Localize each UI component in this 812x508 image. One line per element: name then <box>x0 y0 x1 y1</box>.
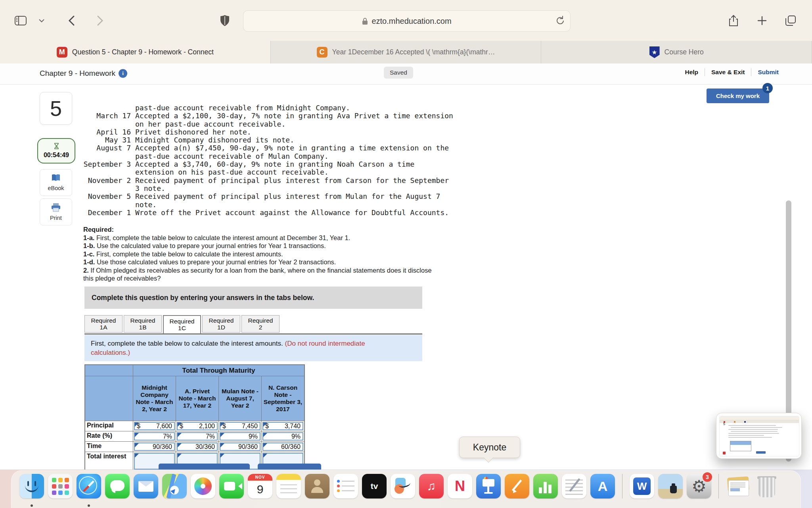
principal-cell[interactable]: $3,740 <box>262 421 305 431</box>
dock-icon-freeform[interactable] <box>391 474 415 507</box>
dock-icon-news[interactable]: N <box>448 474 472 507</box>
forward-icon[interactable] <box>91 12 109 29</box>
dock-icon-facetime[interactable] <box>219 474 244 507</box>
time-cell[interactable]: 90/360 <box>133 442 176 452</box>
transaction-row: November 2Received payment of principal … <box>83 177 453 193</box>
preview-logo <box>723 452 726 454</box>
principal-cell[interactable]: $7,600 <box>133 421 176 431</box>
dock-icon-photos[interactable] <box>191 474 215 507</box>
divider <box>751 68 751 76</box>
saved-status: Saved <box>384 67 413 79</box>
transaction-row: September 3Accepted a $3,740, 60-day, 9%… <box>83 160 453 177</box>
dock-icon-textedit[interactable] <box>562 474 586 507</box>
dock-icon-pages[interactable] <box>505 474 529 507</box>
dock-icon-music[interactable]: ♫ <box>419 474 444 507</box>
course-hero-icon: ★ <box>649 46 660 58</box>
time-cell[interactable]: 30/360 <box>176 442 219 452</box>
required-section: Required: 1-a. First, complete the table… <box>83 225 436 283</box>
time-cell[interactable]: 60/360 <box>262 442 305 452</box>
tab-required-1c[interactable]: Required1C <box>163 315 201 333</box>
tab-bar: M Question 5 - Chapter 9 - Homework - Co… <box>0 41 812 64</box>
dock-icon-appletv[interactable]: tv <box>362 474 387 507</box>
help-link[interactable]: Help <box>685 69 698 76</box>
dock-icon-settings[interactable]: ⚙ 3 <box>687 474 711 507</box>
privacy-shield-icon[interactable] <box>216 12 234 29</box>
transaction-row: December 1Wrote off the Privet account a… <box>83 209 453 217</box>
chevron-down-icon[interactable] <box>36 12 47 29</box>
reload-icon[interactable] <box>556 15 565 28</box>
question-number-card: 5 <box>40 92 72 125</box>
ebook-label: eBook <box>48 185 64 191</box>
tab-coursehero[interactable]: ★ Course Hero <box>541 41 812 64</box>
tab-required-1a[interactable]: Required1A <box>84 315 123 333</box>
new-tab-icon[interactable] <box>753 12 771 29</box>
preview-content: 5 <box>719 416 799 456</box>
required-item: 1-a. First, complete the table below to … <box>83 234 436 242</box>
tab-required-2[interactable]: Required2 <box>241 315 280 333</box>
tab-connect-label: Question 5 - Chapter 9 - Homework - Conn… <box>72 48 214 56</box>
interest-table: Total Through Maturity Midnight Company … <box>84 364 305 470</box>
dock-icon-word[interactable]: W <box>630 474 654 507</box>
tab-required-1d[interactable]: Required1D <box>202 315 240 333</box>
print-button[interactable]: Print <box>40 198 72 225</box>
dock-icon-keynote[interactable] <box>476 474 501 507</box>
dock-icon-messages[interactable] <box>105 474 130 507</box>
connect-favicon: M <box>57 47 67 58</box>
dock-icon-launchpad[interactable] <box>48 474 73 507</box>
principal-cell[interactable]: $2,100 <box>176 421 219 431</box>
required-tabs: Required1A Required1B Required1C Require… <box>84 315 280 333</box>
dock-icon-numbers[interactable] <box>533 474 558 507</box>
dock-icon-trash[interactable] <box>755 474 779 507</box>
required-item: 1-d. Use those calculated values to prep… <box>83 258 436 266</box>
row-label-principal: Principal <box>85 421 133 431</box>
table-corner <box>85 376 133 421</box>
check-count-badge: 1 <box>762 83 773 93</box>
divider <box>705 68 705 76</box>
back-icon[interactable] <box>63 12 80 29</box>
dock-icon-reminders[interactable] <box>333 474 358 507</box>
dock-icon-maps[interactable] <box>162 474 187 507</box>
rate-cell[interactable]: 9% <box>262 431 305 442</box>
table-title: Total Through Maturity <box>133 365 305 376</box>
column-header: A. Privet Note - March 17, Year 2 <box>176 376 219 421</box>
rate-cell[interactable]: 9% <box>219 431 262 442</box>
dock-icon-appstore[interactable]: A <box>590 474 615 507</box>
dock-icon-contacts[interactable] <box>305 474 329 507</box>
sidebar-toggle-icon[interactable] <box>12 12 29 29</box>
year1-favicon: C <box>317 47 327 58</box>
page-header: Chapter 9 - Homework i Saved Help Save &… <box>0 64 812 85</box>
check-my-work-button[interactable]: Check my work 1 <box>707 89 769 103</box>
share-icon[interactable] <box>725 12 742 29</box>
prev-required-button[interactable] <box>159 464 250 470</box>
transaction-row: November 5Received payment of principal … <box>83 192 453 209</box>
rate-cell[interactable]: 7% <box>176 431 219 442</box>
submit-link[interactable]: Submit <box>758 69 779 76</box>
info-icon[interactable]: i <box>119 69 127 78</box>
lock-icon <box>362 17 368 25</box>
tab-overview-icon[interactable] <box>782 12 799 29</box>
dock-icon-safari[interactable] <box>77 474 101 507</box>
row-label-total-interest: Total interest <box>85 452 133 470</box>
tab-connect[interactable]: M Question 5 - Chapter 9 - Homework - Co… <box>0 41 271 64</box>
dock-icon-finder[interactable] <box>19 474 44 507</box>
url-bar[interactable]: ezto.mheducation.com <box>243 10 571 32</box>
dock-icon-calendar[interactable]: NOV9 <box>248 474 272 507</box>
transaction-list: past-due account receivable from Midnigh… <box>83 104 453 217</box>
tab-required-1b[interactable]: Required1B <box>124 315 162 333</box>
tab-year1[interactable]: C Year 1December 16 Accepted \( \mathrm{… <box>271 41 542 64</box>
time-cell[interactable]: 90/360 <box>219 442 262 452</box>
dock-icon-preview[interactable] <box>658 474 683 507</box>
rate-cell[interactable]: 7% <box>133 431 176 442</box>
preview-tabs <box>720 420 799 423</box>
dock-icon-mail[interactable] <box>134 474 158 507</box>
page-preview-thumbnail[interactable]: 5 <box>716 413 802 459</box>
browser-toolbar: ezto.mheducation.com <box>0 0 812 41</box>
next-required-button[interactable] <box>258 464 321 470</box>
principal-cell[interactable]: $7,450 <box>219 421 262 431</box>
dock-icon-downloads-stack[interactable] <box>726 474 751 507</box>
column-header: Mulan Note - August 7, Year 2 <box>219 376 262 421</box>
desktop: ezto.mheducation.com M Question 5 - Chap… <box>0 0 812 508</box>
dock-icon-notes[interactable] <box>276 474 301 507</box>
save-exit-link[interactable]: Save & Exit <box>711 69 745 76</box>
ebook-button[interactable]: eBook <box>40 169 72 196</box>
